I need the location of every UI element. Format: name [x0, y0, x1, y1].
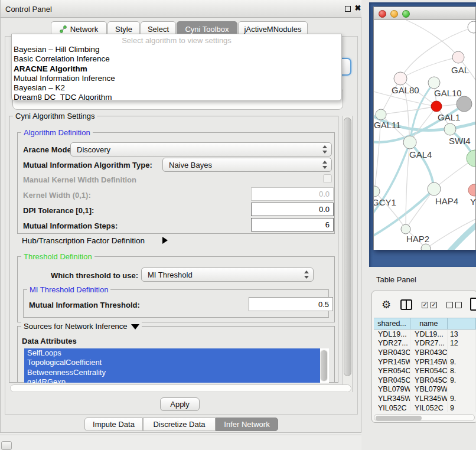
network-node-gal80[interactable] — [394, 72, 407, 85]
tab-discretize-data-label: Discretize Data — [153, 420, 205, 429]
algorithm-option[interactable]: Mutual Information Inference — [12, 74, 341, 83]
table-row[interactable]: YPR145WYPR145W9. — [374, 357, 476, 367]
tab-network-label: Network — [70, 25, 99, 34]
apply-button[interactable]: Apply — [160, 397, 200, 411]
network-node-gal-partial[interactable] — [452, 51, 464, 63]
dpi-tolerance-input[interactable] — [251, 203, 334, 216]
network-node-hap2[interactable] — [401, 224, 410, 234]
aracne-mode-label: Aracne Mode: — [23, 145, 74, 154]
network-window-titlebar[interactable] — [374, 7, 475, 20]
table-row[interactable]: YDL19...YDL19...13 — [374, 330, 476, 339]
mi-steps-input[interactable] — [251, 218, 334, 231]
gear-icon[interactable]: ⚙ — [382, 299, 391, 311]
table-header-row: shared...name — [374, 318, 476, 330]
stepper-icon — [322, 145, 328, 154]
scrollbar-thumb[interactable] — [321, 350, 327, 381]
minimize-traffic-light[interactable] — [390, 10, 398, 18]
network-graph[interactable]: GALGAL80GAL10GAL1GAL11SWI4GAL4GCY1HAP4YH… — [374, 20, 475, 250]
stepper-icon — [304, 270, 309, 279]
tab-infer-network[interactable]: Infer Network — [216, 418, 278, 431]
table-cell: YPR145W — [410, 357, 448, 367]
close-icon[interactable]: ✖ — [354, 5, 361, 12]
checked-checkbox-icon[interactable]: ✓ — [422, 302, 428, 308]
table-header-cell[interactable]: name — [410, 318, 448, 329]
network-node-hap4[interactable] — [428, 182, 441, 195]
network-node-gal10[interactable] — [428, 77, 440, 89]
attributes-list-scrollbar[interactable] — [320, 350, 328, 381]
algorithm-option[interactable]: Basic Correlation Inference — [12, 54, 341, 64]
control-panel-title: Control Panel — [5, 5, 52, 14]
scrollbar-thumb[interactable] — [376, 416, 422, 420]
which-threshold-combo[interactable]: MI Threshold — [141, 268, 314, 282]
document-icon[interactable] — [470, 298, 476, 311]
control-panel-window: Control Panel ✖ Network Style Select Cyn… — [0, 0, 361, 433]
algorithm-option[interactable]: Bayesian – K2 — [12, 83, 341, 93]
checked-checkbox-icon[interactable]: ✓ — [431, 302, 437, 308]
tab-impute-data[interactable]: Impute Data — [84, 418, 143, 431]
table-cell: YBR043C — [410, 348, 448, 357]
network-node-gal4[interactable] — [403, 136, 416, 149]
table-row[interactable]: YER054CYER054C8. — [374, 366, 476, 376]
attribute-list-item[interactable]: TopologicalCoefficient — [24, 358, 320, 367]
network-canvas[interactable]: GALGAL80GAL10GAL1GAL11SWI4GAL4GCY1HAP4YH… — [374, 20, 475, 250]
table-header-cell[interactable] — [448, 318, 476, 329]
network-node-node-top-partial[interactable] — [468, 21, 475, 33]
network-node-gray-node[interactable] — [457, 96, 472, 112]
float-window-icon[interactable] — [345, 6, 351, 12]
split-columns-icon[interactable] — [400, 299, 412, 310]
table-cell: YIL052C — [374, 403, 410, 413]
table-cell: 8. — [448, 366, 476, 376]
table-row[interactable]: YIL052CYIL052C9 — [374, 403, 476, 413]
mi-type-combo[interactable]: Naive Bayes — [162, 158, 332, 172]
table-cell: YLR345W — [374, 394, 410, 403]
data-attributes-list[interactable]: SelfLoopsTopologicalCoefficientBetweenne… — [24, 348, 329, 383]
table-row[interactable]: YLR345WYLR345W9. — [374, 394, 476, 403]
expander-right-icon[interactable] — [162, 237, 168, 244]
table-header-cell[interactable]: shared... — [374, 318, 410, 329]
minimized-panel-button[interactable] — [1, 441, 12, 450]
algorithm-option[interactable]: Dream8 DC_TDC Algorithm — [12, 93, 341, 101]
data-attributes-label: Data Attributes — [22, 337, 77, 345]
settings-vertical-scrollbar[interactable] — [342, 116, 353, 392]
table-row[interactable]: YBL079WYBL079W — [374, 385, 476, 394]
dpi-tolerance-label: DPI Tolerance [0,1]: — [23, 206, 94, 215]
hub-definition-toggle[interactable]: Hub/Transcription Factor Definition — [22, 236, 145, 245]
table-body: YDL19...YDL19...13YDR27...YDR27...12YBR0… — [374, 330, 476, 412]
aracne-mode-combo[interactable]: Discovery — [70, 142, 332, 156]
tab-discretize-data[interactable]: Discretize Data — [143, 418, 216, 431]
attribute-list-item[interactable]: gal4RGexp — [24, 377, 320, 383]
attribute-list-item[interactable]: BetweennessCentrality — [24, 368, 320, 377]
network-node-gal11[interactable] — [376, 109, 386, 120]
node-table: shared...name YDL19...YDL19...13YDR27...… — [374, 318, 476, 413]
close-traffic-light[interactable] — [379, 10, 386, 18]
algorithm-option[interactable]: Bayesian – Hill Climbing — [12, 45, 341, 54]
unchecked-checkbox-icon[interactable] — [446, 302, 453, 308]
node-label-gal10: GAL10 — [434, 88, 462, 98]
tab-cyni-toolbox-label: Cyni Toolbox — [185, 25, 229, 34]
scrollbar-thumb[interactable] — [344, 118, 351, 376]
table-cell: YDL19... — [410, 330, 448, 339]
table-row[interactable]: YDR27...YDR27...12 — [374, 339, 476, 348]
attribute-list-item[interactable]: SelfLoops — [24, 348, 320, 358]
network-node-big-green[interactable] — [467, 150, 475, 167]
table-cell: YLR345W — [410, 394, 448, 403]
settings-horizontal-scrollbar[interactable] — [10, 384, 351, 392]
mi-threshold-input[interactable] — [249, 297, 333, 311]
node-label-gal11: GAL11 — [374, 120, 401, 130]
collapse-down-icon[interactable] — [131, 324, 139, 330]
table-horizontal-scrollbar[interactable] — [374, 414, 475, 421]
network-node-swi4[interactable] — [444, 123, 456, 135]
network-node-gal1[interactable] — [431, 101, 442, 112]
table-row[interactable]: YBR043CYBR043C — [374, 348, 476, 357]
unchecked-checkbox-icon[interactable] — [455, 302, 462, 308]
network-view-window[interactable]: GALGAL80GAL10GAL1GAL11SWI4GAL4GCY1HAP4YH… — [373, 6, 476, 250]
network-node-salmon-partial[interactable] — [468, 184, 475, 196]
sources-group-title[interactable]: Sources for Network Inference — [21, 322, 142, 331]
network-icon — [60, 25, 67, 33]
table-cell: YBL079W — [410, 385, 448, 394]
table-row[interactable]: YBR045CYBR045C9. — [374, 376, 476, 385]
algorithm-option[interactable]: ARACNE Algorithm — [12, 64, 341, 74]
zoom-traffic-light[interactable] — [402, 10, 410, 18]
table-cell: YDR27... — [374, 339, 410, 348]
network-node-gcy1[interactable] — [374, 186, 380, 197]
